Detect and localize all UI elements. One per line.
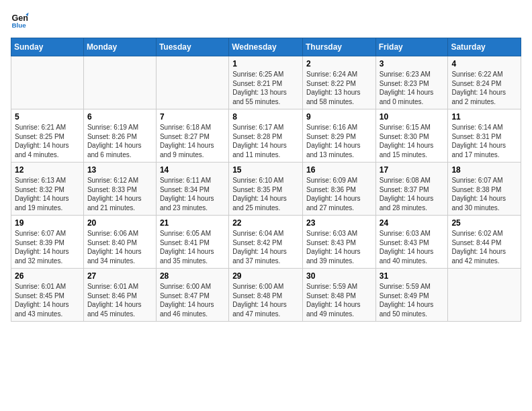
day-number: 20 xyxy=(87,218,152,228)
day-info: Sunrise: 6:04 AMSunset: 8:42 PMDaylight:… xyxy=(232,229,299,265)
day-info: Sunrise: 6:16 AMSunset: 8:29 PMDaylight:… xyxy=(306,123,372,159)
day-number: 13 xyxy=(87,165,152,175)
day-info: Sunrise: 6:00 AMSunset: 8:47 PMDaylight:… xyxy=(160,282,225,318)
calendar-cell: 4Sunrise: 6:22 AMSunset: 8:24 PMDaylight… xyxy=(448,56,521,109)
calendar-cell: 23Sunrise: 6:03 AMSunset: 8:43 PMDayligh… xyxy=(302,216,375,269)
calendar-table: SundayMondayTuesdayWednesdayThursdayFrid… xyxy=(11,38,521,322)
day-info: Sunrise: 6:17 AMSunset: 8:28 PMDaylight:… xyxy=(232,123,299,159)
weekday-header: Tuesday xyxy=(156,38,228,56)
logo: Gen Blue xyxy=(11,11,32,30)
day-number: 7 xyxy=(160,112,225,122)
day-number: 23 xyxy=(306,218,372,228)
calendar-week-row: 5Sunrise: 6:21 AMSunset: 8:25 PMDaylight… xyxy=(11,109,521,163)
calendar-cell: 15Sunrise: 6:10 AMSunset: 8:35 PMDayligh… xyxy=(229,163,303,216)
day-number: 26 xyxy=(15,271,80,281)
calendar-cell: 31Sunrise: 5:59 AMSunset: 8:49 PMDayligh… xyxy=(375,269,448,322)
day-info: Sunrise: 6:25 AMSunset: 8:21 PMDaylight:… xyxy=(232,70,299,106)
calendar-cell: 28Sunrise: 6:00 AMSunset: 8:47 PMDayligh… xyxy=(156,269,228,322)
calendar-cell: 30Sunrise: 5:59 AMSunset: 8:48 PMDayligh… xyxy=(302,269,375,322)
weekday-header: Sunday xyxy=(11,38,84,56)
day-info: Sunrise: 6:01 AMSunset: 8:46 PMDaylight:… xyxy=(87,282,152,318)
calendar-cell: 27Sunrise: 6:01 AMSunset: 8:46 PMDayligh… xyxy=(83,269,156,322)
day-info: Sunrise: 5:59 AMSunset: 8:48 PMDaylight:… xyxy=(306,282,372,318)
calendar-cell: 13Sunrise: 6:12 AMSunset: 8:33 PMDayligh… xyxy=(83,163,156,216)
day-info: Sunrise: 6:05 AMSunset: 8:41 PMDaylight:… xyxy=(160,229,225,265)
calendar-cell xyxy=(11,56,84,109)
day-info: Sunrise: 6:07 AMSunset: 8:38 PMDaylight:… xyxy=(451,176,517,212)
day-number: 16 xyxy=(306,165,372,175)
calendar-cell: 26Sunrise: 6:01 AMSunset: 8:45 PMDayligh… xyxy=(11,269,84,322)
day-number: 2 xyxy=(306,59,372,68)
day-number: 15 xyxy=(232,165,299,175)
day-number: 21 xyxy=(160,218,225,228)
day-number: 6 xyxy=(87,112,152,122)
day-info: Sunrise: 6:18 AMSunset: 8:27 PMDaylight:… xyxy=(160,123,225,159)
day-info: Sunrise: 6:03 AMSunset: 8:43 PMDaylight:… xyxy=(306,229,372,265)
calendar-cell: 29Sunrise: 6:00 AMSunset: 8:48 PMDayligh… xyxy=(229,269,303,322)
calendar-cell: 19Sunrise: 6:07 AMSunset: 8:39 PMDayligh… xyxy=(11,216,84,269)
day-info: Sunrise: 6:14 AMSunset: 8:31 PMDaylight:… xyxy=(451,123,517,159)
day-number: 27 xyxy=(87,271,152,281)
calendar-cell xyxy=(448,269,521,322)
day-info: Sunrise: 6:10 AMSunset: 8:35 PMDaylight:… xyxy=(232,176,299,212)
calendar-header: SundayMondayTuesdayWednesdayThursdayFrid… xyxy=(11,38,521,56)
day-info: Sunrise: 6:21 AMSunset: 8:25 PMDaylight:… xyxy=(15,123,80,159)
calendar-cell: 22Sunrise: 6:04 AMSunset: 8:42 PMDayligh… xyxy=(229,216,303,269)
calendar-cell: 8Sunrise: 6:17 AMSunset: 8:28 PMDaylight… xyxy=(229,109,303,163)
calendar-cell: 11Sunrise: 6:14 AMSunset: 8:31 PMDayligh… xyxy=(448,109,521,163)
day-info: Sunrise: 6:07 AMSunset: 8:39 PMDaylight:… xyxy=(15,229,80,265)
day-info: Sunrise: 6:03 AMSunset: 8:43 PMDaylight:… xyxy=(380,229,445,265)
calendar-cell: 3Sunrise: 6:23 AMSunset: 8:23 PMDaylight… xyxy=(375,56,448,109)
day-info: Sunrise: 6:09 AMSunset: 8:36 PMDaylight:… xyxy=(306,176,372,212)
day-number: 8 xyxy=(232,112,299,122)
page-header: Gen Blue xyxy=(11,11,521,30)
calendar-cell: 18Sunrise: 6:07 AMSunset: 8:38 PMDayligh… xyxy=(448,163,521,216)
day-info: Sunrise: 6:22 AMSunset: 8:24 PMDaylight:… xyxy=(451,70,517,106)
day-number: 1 xyxy=(232,59,299,68)
day-info: Sunrise: 6:15 AMSunset: 8:30 PMDaylight:… xyxy=(380,123,445,159)
calendar-cell xyxy=(83,56,156,109)
day-number: 3 xyxy=(380,59,445,68)
day-info: Sunrise: 6:00 AMSunset: 8:48 PMDaylight:… xyxy=(232,282,299,318)
calendar-cell: 1Sunrise: 6:25 AMSunset: 8:21 PMDaylight… xyxy=(229,56,303,109)
day-number: 10 xyxy=(380,112,445,122)
calendar-cell: 7Sunrise: 6:18 AMSunset: 8:27 PMDaylight… xyxy=(156,109,228,163)
weekday-header: Friday xyxy=(375,38,448,56)
calendar-cell xyxy=(156,56,228,109)
weekday-header: Wednesday xyxy=(229,38,303,56)
day-info: Sunrise: 6:06 AMSunset: 8:40 PMDaylight:… xyxy=(87,229,152,265)
day-number: 24 xyxy=(380,218,445,228)
day-info: Sunrise: 6:11 AMSunset: 8:34 PMDaylight:… xyxy=(160,176,225,212)
calendar-cell: 16Sunrise: 6:09 AMSunset: 8:36 PMDayligh… xyxy=(302,163,375,216)
calendar-cell: 21Sunrise: 6:05 AMSunset: 8:41 PMDayligh… xyxy=(156,216,228,269)
day-number: 9 xyxy=(306,112,372,122)
weekday-header: Thursday xyxy=(302,38,375,56)
calendar-cell: 2Sunrise: 6:24 AMSunset: 8:22 PMDaylight… xyxy=(302,56,375,109)
day-number: 17 xyxy=(380,165,445,175)
calendar-cell: 25Sunrise: 6:02 AMSunset: 8:44 PMDayligh… xyxy=(448,216,521,269)
day-info: Sunrise: 6:01 AMSunset: 8:45 PMDaylight:… xyxy=(15,282,80,318)
day-number: 31 xyxy=(380,271,445,281)
calendar-week-row: 26Sunrise: 6:01 AMSunset: 8:45 PMDayligh… xyxy=(11,269,521,322)
day-info: Sunrise: 6:24 AMSunset: 8:22 PMDaylight:… xyxy=(306,70,372,106)
day-number: 22 xyxy=(232,218,299,228)
calendar-cell: 5Sunrise: 6:21 AMSunset: 8:25 PMDaylight… xyxy=(11,109,84,163)
day-number: 11 xyxy=(451,112,517,122)
calendar-cell: 10Sunrise: 6:15 AMSunset: 8:30 PMDayligh… xyxy=(375,109,448,163)
day-info: Sunrise: 5:59 AMSunset: 8:49 PMDaylight:… xyxy=(380,282,445,318)
logo-icon: Gen Blue xyxy=(11,11,30,30)
calendar-cell: 14Sunrise: 6:11 AMSunset: 8:34 PMDayligh… xyxy=(156,163,228,216)
weekday-header: Saturday xyxy=(448,38,521,56)
calendar-cell: 20Sunrise: 6:06 AMSunset: 8:40 PMDayligh… xyxy=(83,216,156,269)
calendar-cell: 6Sunrise: 6:19 AMSunset: 8:26 PMDaylight… xyxy=(83,109,156,163)
day-number: 12 xyxy=(15,165,80,175)
calendar-week-row: 12Sunrise: 6:13 AMSunset: 8:32 PMDayligh… xyxy=(11,163,521,216)
day-number: 18 xyxy=(451,165,517,175)
calendar-week-row: 19Sunrise: 6:07 AMSunset: 8:39 PMDayligh… xyxy=(11,216,521,269)
day-info: Sunrise: 6:02 AMSunset: 8:44 PMDaylight:… xyxy=(451,229,517,265)
calendar-cell: 9Sunrise: 6:16 AMSunset: 8:29 PMDaylight… xyxy=(302,109,375,163)
day-number: 25 xyxy=(451,218,517,228)
day-number: 30 xyxy=(306,271,372,281)
day-info: Sunrise: 6:23 AMSunset: 8:23 PMDaylight:… xyxy=(380,70,445,106)
day-number: 5 xyxy=(15,112,80,122)
